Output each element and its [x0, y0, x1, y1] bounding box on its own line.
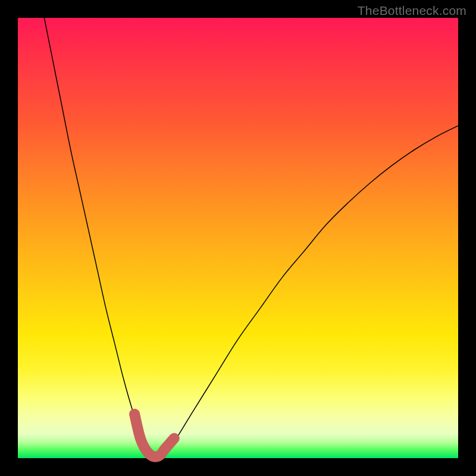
plot-area — [18, 18, 458, 458]
optimal-range-marker — [134, 414, 174, 457]
curve-svg — [18, 18, 458, 458]
watermark-text: TheBottleneck.com — [358, 4, 466, 18]
chart-frame: TheBottleneck.com — [0, 0, 476, 476]
bottleneck-curve — [44, 18, 458, 459]
